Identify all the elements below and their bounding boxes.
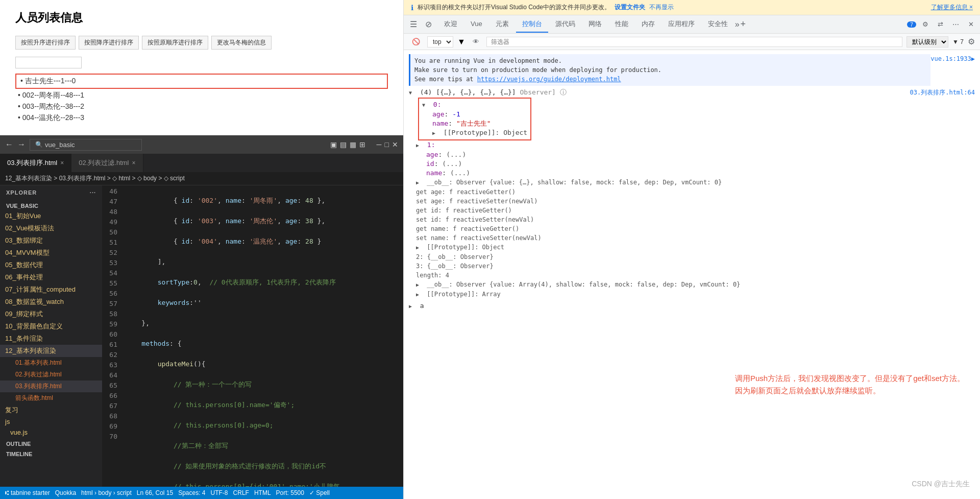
sidebar-item-06[interactable]: 06_事件处理 [0,271,102,283]
learn-more-link[interactable]: 了解更多信息 × [931,3,973,12]
address-text: vue_basic [45,141,75,149]
item1-arrow[interactable] [416,140,423,150]
tab-security[interactable]: 安全性 [702,16,734,33]
sidebar-menu-icon[interactable]: ··· [90,189,96,196]
array-arrow[interactable] [409,88,416,98]
close-button[interactable]: ✕ [392,140,398,149]
tab-close-1[interactable]: × [60,159,64,167]
more-tabs-icon[interactable]: » [735,20,740,29]
search-container [15,57,388,68]
tab-elements[interactable]: 元素 [489,16,515,33]
tab-performance[interactable]: 性能 [609,16,634,33]
sidebar-file-vuejs[interactable]: vue.js [0,427,102,438]
tab-list-filter[interactable]: 02.列表过滤.html × [71,154,143,172]
status-spell[interactable]: ✓ Spell [309,489,330,496]
proto2-arrow[interactable] [416,243,423,252]
layout-icon-2[interactable]: ▤ [340,140,347,149]
sidebar-item-04[interactable]: 04_MVVM模型 [0,247,102,259]
context-select[interactable]: top [427,36,453,47]
status-bar: ⑆ tabnine starter Quokka html › body › s… [0,487,403,499]
dt-icon-2[interactable]: ⊘ [422,18,435,30]
sidebar-file-03[interactable]: 03.列表排序.html [0,381,102,392]
sidebar-outline: OUTLINE [0,438,102,448]
tab-badge: 7 [907,21,916,28]
console-source-2[interactable]: 03.列表排序.html:64 [910,88,975,97]
tab-network[interactable]: 网络 [582,16,608,33]
console-filter-input[interactable] [486,37,902,47]
sidebar-item-08[interactable]: 08_数据监视_watch [0,296,102,308]
sidebar-item-12[interactable]: 12_基本列表渲染 [0,345,102,357]
console-source-1[interactable]: vue.1s:1933▶ [930,54,975,63]
tab-welcome[interactable]: 欢迎 [438,16,463,33]
sidebar-file-arrow[interactable]: 箭头函数.html [0,392,102,404]
dont-show-button[interactable]: 不再显示 [649,3,674,12]
update-info-button[interactable]: 更改马冬梅的信息 [211,36,272,50]
set-folder-button[interactable]: 设置文件夹 [615,3,645,12]
address-bar[interactable]: 🔍 vue_basic [30,139,142,151]
maximize-button[interactable]: □ [385,140,389,149]
tab-list-sort[interactable]: 03.列表排序.html × [0,154,71,172]
console-info-text-1: You are running Vue in development mode. [414,56,926,65]
person-item-3: 004--温兆伦--28---3 [15,113,388,123]
clear-console-button[interactable]: 🚫 [409,37,423,46]
layout-icon-1[interactable]: ▣ [330,140,337,149]
tab-console[interactable]: 控制台 [516,16,548,33]
proto-arrow[interactable] [432,128,439,138]
dt-share-icon[interactable]: ⇄ [935,19,946,29]
tab-application[interactable]: 应用程序 [662,16,701,33]
tab-close-2[interactable]: × [132,159,136,167]
notification-text: 标识项目的根文件夹以打开Visual Studio Code中的源文件并同步更改… [418,3,610,12]
status-port[interactable]: Port: 5500 [276,489,304,496]
filter-arrow: ▼ [457,37,465,46]
sidebar-item-js[interactable]: js [0,416,102,427]
sidebar-item-05[interactable]: 05_数据代理 [0,259,102,271]
sidebar-file-02[interactable]: 02.列表过滤.html [0,369,102,381]
sidebar-title: XPLORER [6,189,37,196]
level-select[interactable]: 默认级别 [906,36,948,47]
tab-sources[interactable]: 源代码 [549,16,581,33]
minimize-button[interactable]: ─ [377,140,382,149]
a-arrow[interactable] [409,301,416,311]
sidebar-file-01[interactable]: 01.基本列表.html [0,357,102,369]
eye-filter-button[interactable]: 👁 [470,37,482,46]
vuejs-link[interactable]: https://vuejs.org/guide/deployment.html [477,76,621,83]
item-0-box: 0: age: -1 name: "吉士先生" [[Prototype]]: O… [418,98,531,140]
layout-icon-4[interactable]: ⊞ [359,140,365,149]
proto-array-arrow[interactable] [416,290,423,299]
sidebar-item-review[interactable]: 复习 [0,404,102,416]
comment-line1: 调用Push方法后，我们发现视图改变了。但是没有了get和set方法。 [735,372,965,385]
forward-button[interactable]: → [17,140,26,149]
sidebar-item-10[interactable]: 10_背景颜色自定义 [0,320,102,332]
status-quokka[interactable]: Quokka [55,489,76,496]
back-button[interactable]: ← [5,140,13,149]
sort-asc-button[interactable]: 按照升序进行排序 [15,36,76,50]
sidebar-item-07[interactable]: 07_计算属性_computed [0,283,102,296]
dt-settings-icon[interactable]: ⚙ [919,19,932,29]
sidebar-item-11[interactable]: 11_条件渲染 [0,332,102,345]
sort-original-button[interactable]: 按照原顺序进行排序 [142,36,208,50]
dt-more-icon[interactable]: ⋯ [949,19,962,29]
status-language[interactable]: HTML [254,489,271,496]
console-settings-button[interactable]: ⚙ [968,37,975,46]
sidebar-item-09[interactable]: 09_绑定样式 [0,308,102,320]
tab-vue[interactable]: Vue [464,17,488,32]
ob-arrow[interactable] [416,178,423,187]
layout-icon-3[interactable]: ▦ [350,140,356,149]
sidebar-item-01[interactable]: 01_初始Vue [0,210,102,222]
sort-desc-button[interactable]: 按照降序进行排序 [79,36,139,50]
add-tab-icon[interactable]: + [741,19,746,30]
item0-arrow[interactable] [422,100,429,110]
get-name: get name: f reactiveGetter() [416,224,910,233]
tab-memory[interactable]: 内存 [635,16,661,33]
dt-close-icon[interactable]: ✕ [965,19,977,29]
devtools-tabs: ☰ ⊘ 欢迎 Vue 元素 控制台 源代码 网络 性能 内存 应用程序 安全性 … [404,15,980,34]
sidebar-item-03[interactable]: 03_数据绑定 [0,234,102,247]
item-1-container: 1: age: (...) id: (...) name: (...) [416,140,910,178]
ob-array-arrow[interactable] [416,280,423,290]
search-input[interactable] [15,57,82,68]
devtools-console[interactable]: You are running Vue in development mode.… [404,50,980,499]
status-branch[interactable]: ⑆ tabnine starter [5,489,50,496]
dt-icon-1[interactable]: ☰ [407,18,420,30]
code-area: { id: '002', name: '周冬雨', age: 48 }, { i… [124,185,403,487]
sidebar-item-02[interactable]: 02_Vue模板语法 [0,222,102,234]
